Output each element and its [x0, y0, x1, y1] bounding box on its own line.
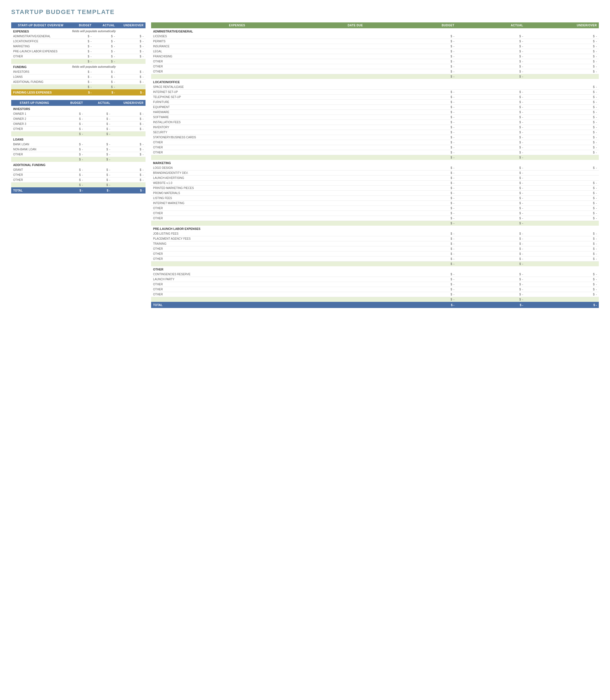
additional-subtotal: $ - $ - — [11, 183, 145, 188]
admin-row: OTHER $ - $ - $ - — [151, 64, 599, 69]
other-section: OTHER — [151, 266, 599, 272]
marketing-row: LISTING FEES $ - $ - $ - — [151, 196, 599, 201]
funding-less-expenses-row: FUNDING LESS EXPENSES $ - $ - $ - — [11, 89, 145, 95]
prelabor-row: OTHER $ - $ - $ - — [151, 256, 599, 262]
admin-row: LEGAL $ - $ - $ - — [151, 49, 599, 54]
overview-header: START-UP BUDGET OVERVIEW BUDGET ACTUAL U… — [11, 22, 145, 28]
location-row: OTHER $ - $ - $ - — [151, 150, 599, 155]
location-row: SECURITY $ - $ - $ - — [151, 130, 599, 135]
marketing-row: LAUNCH ADVERTISING $ - $ - — [151, 175, 599, 181]
admin-row: LICENSES $ - $ - $ - — [151, 34, 599, 39]
contingencies-row: CONTINGENCIES RESERVE $ - $ - $ - — [151, 272, 599, 277]
overview-funding-row: ADDITIONAL FUNDING $ - $ - $ - — [11, 79, 145, 84]
investors-label: INVESTORS — [11, 106, 145, 111]
loans-label: LOANS — [11, 136, 145, 142]
location-row: EQUIPMENT $ - $ - $ - — [151, 105, 599, 110]
expenses-header: EXPENSES DATE DUE BUDGET ACTUAL UNDER/OV… — [151, 22, 599, 28]
overview-col4: UNDER/OVER — [117, 22, 145, 28]
location-row: SPACE RENTAL/LEASE $ - — [151, 84, 599, 90]
location-row: OTHER $ - $ - $ - — [151, 140, 599, 145]
prelabor-row: OTHER $ - $ - $ - — [151, 246, 599, 251]
prelabor-section: PRE-LAUNCH LABOR EXPENSES — [151, 226, 599, 231]
admin-row: FRANCHISING $ - $ - $ - — [151, 54, 599, 59]
page-title: STARTUP BUDGET TEMPLATE — [11, 9, 599, 16]
marketing-row: LOGO DESIGN $ - $ - $ - — [151, 166, 599, 171]
investor-row: OTHER $ - $ - $ - — [11, 127, 145, 131]
location-row: INVENTORY $ - $ - $ - — [151, 125, 599, 130]
overview-col3: ACTUAL — [94, 22, 117, 28]
overview-expense-row: ADMINISTRATIVE/GENERAL $ - $ - $ - — [11, 34, 145, 39]
investor-row: OWNER 1 $ - $ - $ - — [11, 111, 145, 116]
overview-col2: BUDGET — [70, 22, 94, 28]
location-row: FURNITURE $ - $ - $ - — [151, 100, 599, 105]
other-row: OTHER $ - $ - $ - — [151, 282, 599, 287]
marketing-row: PRINTED MARKETING PIECES $ - $ - $ - — [151, 186, 599, 191]
other-subtotal: $ - $ - — [151, 297, 599, 302]
marketing-row: BRANDING/IDENTITY DEV. $ - $ - — [151, 171, 599, 175]
other-row: OTHER $ - $ - $ - — [151, 287, 599, 292]
additional-funding-label: ADDITIONAL FUNDING — [11, 162, 145, 168]
marketing-row: INTERNET MARKETING $ - $ - $ - — [151, 201, 599, 206]
funding-section-label: FUNDING fields will populate automatical… — [11, 64, 145, 69]
overview-expense-row: MARKETING $ - $ - $ - — [11, 44, 145, 49]
admin-row: INSURANCE $ - $ - $ - — [151, 44, 599, 49]
admin-row: OTHER $ - $ - $ - — [151, 69, 599, 74]
investor-row: OWNER 3 $ - $ - $ - — [11, 122, 145, 127]
main-layout: START-UP BUDGET OVERVIEW BUDGET ACTUAL U… — [11, 22, 599, 312]
prelabor-row: TRAINING $ - $ - $ - — [151, 242, 599, 246]
prelabor-row: PLACEMENT AGENCY FEES $ - $ - $ - — [151, 236, 599, 242]
startup-funding-table: START-UP FUNDING BUDGET ACTUAL UNDER/OVE… — [11, 100, 145, 193]
overview-funding-row: INVESTORS $ - $ - $ - — [11, 69, 145, 75]
investor-row: OWNER 2 $ - $ - $ - — [11, 116, 145, 122]
location-row: STATIONERY/BUSINESS CARDS $ - $ - $ - — [151, 135, 599, 140]
location-row: HARDWARE $ - $ - $ - — [151, 110, 599, 115]
marketing-row: OTHER $ - $ - $ - — [151, 216, 599, 221]
prelabor-row: JOB-LISTING FEES $ - $ - $ - — [151, 231, 599, 236]
marketing-row: OTHER $ - $ - $ - — [151, 211, 599, 216]
right-panel: EXPENSES DATE DUE BUDGET ACTUAL UNDER/OV… — [151, 22, 599, 312]
loan-row: OTHER $ - $ - $ - — [11, 152, 145, 157]
location-row: INTERNET SET-UP $ - $ - $ - — [151, 90, 599, 95]
additional-row: OTHER $ - $ - $ - — [11, 177, 145, 183]
location-row: OTHER $ - $ - $ - — [151, 145, 599, 150]
prelabor-row: OTHER $ - $ - $ - — [151, 251, 599, 256]
admin-subtotal: $ - $ - — [151, 74, 599, 79]
funding-total-row: TOTAL $ - $ - $ - — [11, 187, 145, 193]
loan-row: BANK LOAN $ - $ - $ - — [11, 142, 145, 147]
expenses-section-label: EXPENSES fields will populate automatica… — [11, 28, 145, 34]
funding-subtotal: $ - $ - — [11, 84, 145, 90]
investors-subtotal: $ - $ - — [11, 131, 145, 137]
prelabor-subtotal: $ - $ - — [151, 262, 599, 267]
additional-row: OTHER $ - $ - $ - — [11, 172, 145, 177]
overview-col1: START-UP BUDGET OVERVIEW — [11, 22, 70, 28]
marketing-section: MARKETING — [151, 160, 599, 166]
admin-row: OTHER $ - $ - $ - — [151, 59, 599, 64]
marketing-subtotal: $ - $ - — [151, 221, 599, 226]
loans-subtotal: $ - $ - — [11, 157, 145, 162]
overview-expense-row: OTHER $ - $ - $ - — [11, 54, 145, 59]
overview-expense-row: LOCATION/OFFICE $ - $ - $ - — [11, 39, 145, 44]
expenses-table: EXPENSES DATE DUE BUDGET ACTUAL UNDER/OV… — [151, 22, 599, 308]
loan-row: NON-BANK LOAN $ - $ - $ - — [11, 147, 145, 152]
location-subtotal: $ - $ - — [151, 155, 599, 160]
admin-section: ADMINISTRATIVE/GENERAL — [151, 28, 599, 34]
expenses-subtotal: $ - $ - — [11, 59, 145, 64]
other-row: LAUNCH PARTY $ - $ - $ - — [151, 277, 599, 282]
funding-header: START-UP FUNDING BUDGET ACTUAL UNDER/OVE… — [11, 100, 145, 106]
installation-fees-row: INSTALLATION FEES $ - $ - $ - — [151, 120, 599, 125]
overview-table: START-UP BUDGET OVERVIEW BUDGET ACTUAL U… — [11, 22, 145, 95]
left-panel: START-UP BUDGET OVERVIEW BUDGET ACTUAL U… — [11, 22, 145, 198]
expenses-total-row: TOTAL $ - $ - $ - — [151, 302, 599, 308]
marketing-row: PROMO MATERIALS $ - $ - $ - — [151, 191, 599, 196]
overview-funding-row: LOANS $ - $ - $ - — [11, 75, 145, 79]
marketing-row: OTHER $ - $ - $ - — [151, 206, 599, 211]
location-row: TELEPHONE SET-UP $ - $ - $ - — [151, 95, 599, 100]
location-section: LOCATION/OFFICE — [151, 79, 599, 84]
overview-expense-row: PRE-LAUNCH LABOR EXPENSES $ - $ - $ - — [11, 49, 145, 54]
other-row: OTHER $ - $ - $ - — [151, 292, 599, 297]
marketing-row: WEBSITE v.1.0 $ - $ - $ - — [151, 181, 599, 186]
additional-row: GRANT $ - $ - $ - — [11, 168, 145, 172]
location-row: SOFTWARE $ - $ - $ - — [151, 115, 599, 120]
admin-row: PERMITS $ - $ - $ - — [151, 39, 599, 44]
